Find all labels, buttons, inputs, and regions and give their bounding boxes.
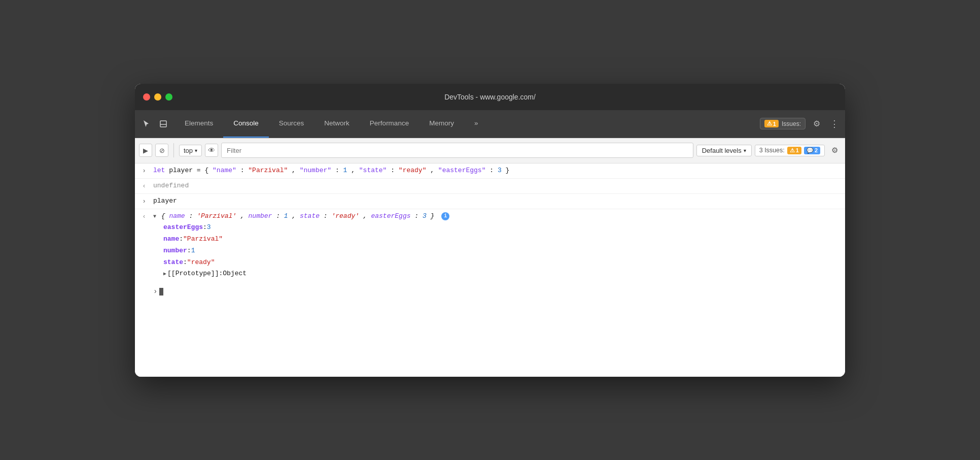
issues-badge[interactable]: ⚠ 1 Issues:	[760, 118, 806, 129]
val-1: 1	[343, 167, 347, 174]
tab-bar: Elements Console Sources Network Perform…	[135, 110, 845, 138]
console-issues-badge[interactable]: 3 Issues: ⚠ 1 💬 2	[755, 145, 825, 156]
tab-more[interactable]: »	[464, 110, 488, 138]
warn-icon-2: ⚠	[790, 147, 795, 154]
tab-memory[interactable]: Memory	[419, 110, 464, 138]
context-label: top	[184, 147, 193, 154]
console-gear-icon: ⚙	[831, 146, 838, 155]
chevron-down-icon-2: ▾	[744, 148, 746, 153]
obj-state-key: state	[300, 212, 320, 220]
dock-icon[interactable]	[156, 117, 170, 131]
tab-bar-left-icons	[139, 110, 170, 138]
prop-state-key: state	[163, 257, 183, 268]
gutter-3[interactable]: ›	[135, 196, 153, 207]
expand-icon-1[interactable]: ›	[142, 167, 146, 176]
gutter-4: ‹	[135, 211, 153, 222]
proto-expand-triangle[interactable]: ▶	[163, 270, 166, 278]
var-assignment: player = {	[169, 167, 213, 174]
line-content-4: ▼ { name : 'Parzival' , number : 1 , sta…	[153, 211, 841, 222]
collapse-triangle[interactable]: ▼	[153, 213, 156, 221]
cursor-icon[interactable]	[139, 117, 153, 131]
cursor-prompt: ›	[153, 286, 157, 297]
close-button[interactable]	[143, 93, 150, 101]
tab-network[interactable]: Network	[314, 110, 360, 138]
block-button[interactable]: ⊘	[155, 144, 168, 157]
val-ready: "ready"	[399, 167, 427, 174]
key-name: "name"	[213, 167, 236, 174]
keyword-let: let	[153, 167, 165, 174]
obj-eggs-key: easterEggs	[371, 212, 410, 220]
block-icon: ⊘	[159, 147, 165, 154]
title-bar: DevTools - www.google.com/	[135, 84, 845, 110]
divider-1	[173, 143, 174, 157]
execute-button[interactable]: ▶	[139, 144, 152, 157]
line-content-3: player	[153, 196, 841, 207]
obj-number-val: 1	[284, 212, 288, 220]
key-number: "number"	[300, 167, 331, 174]
tab-performance[interactable]: Performance	[360, 110, 419, 138]
more-button[interactable]: ⋮	[828, 118, 841, 129]
key-state: "state"	[359, 167, 387, 174]
console-settings-button[interactable]: ⚙	[828, 144, 841, 157]
proto-label: [[Prototype]]	[167, 269, 219, 279]
proto-val: Object	[223, 269, 247, 279]
maximize-button[interactable]	[165, 93, 172, 101]
tab-bar-right: ⚠ 1 Issues: ⚙ ⋮	[760, 110, 841, 138]
eye-button[interactable]: 👁	[205, 144, 218, 157]
obj-name-key: name	[169, 212, 185, 220]
default-levels-label: Default levels	[702, 147, 742, 154]
line-content-1: let player = { "name" : "Parzival" , "nu…	[153, 166, 841, 176]
console-warn-badge: ⚠ 1	[787, 147, 801, 154]
prop-number-val: 1	[191, 246, 195, 256]
devtools-window: DevTools - www.google.com/ Elements Cons	[135, 84, 845, 377]
gutter-1[interactable]: ›	[135, 166, 153, 176]
key-eastereggs: "easterEggs"	[438, 167, 486, 174]
console-output: › let player = { "name" : "Parzival" , "…	[135, 163, 845, 377]
console-line-4: ‹ ▼ { name : 'Parzival' , number : 1 , s…	[135, 209, 845, 282]
return-arrow-1: ‹	[142, 182, 146, 191]
default-levels-selector[interactable]: Default levels ▾	[696, 145, 752, 156]
warn-icon: ⚠	[767, 120, 772, 127]
gear-icon: ⚙	[813, 119, 820, 128]
prop-name-key: name	[163, 234, 179, 245]
val-3: 3	[498, 167, 502, 174]
info-bubble[interactable]: i	[441, 212, 449, 220]
expanded-properties: easterEggs : 3 name : "Parzival" number …	[135, 222, 841, 280]
prop-number: number : 1	[163, 245, 841, 257]
prop-number-key: number	[163, 246, 187, 256]
prop-state-val: "ready"	[187, 257, 215, 268]
obj-number-key: number	[249, 212, 272, 220]
cursor-line[interactable]: ›	[135, 282, 845, 301]
context-selector[interactable]: top ▾	[179, 145, 202, 156]
player-var: player	[153, 197, 177, 205]
traffic-lights	[143, 93, 172, 101]
expand-icon-3[interactable]: ›	[142, 197, 146, 207]
minimize-button[interactable]	[154, 93, 161, 101]
prop-state: state : "ready"	[163, 257, 841, 269]
eye-icon: 👁	[208, 146, 215, 154]
obj-brace-open: {	[161, 212, 165, 220]
svg-rect-0	[160, 121, 166, 127]
more-icon: ⋮	[830, 119, 839, 129]
tab-elements[interactable]: Elements	[174, 110, 223, 138]
prop-eastereggs-key: easterEggs	[163, 222, 203, 233]
line-content-2: undefined	[153, 181, 841, 191]
undefined-text: undefined	[153, 182, 189, 189]
obj-name-val: 'Parzival'	[197, 212, 236, 220]
prop-eastereggs-val: 3	[207, 222, 211, 233]
tab-console[interactable]: Console	[223, 110, 269, 138]
console-line-2: ‹ undefined	[135, 179, 845, 194]
console-line-1: › let player = { "name" : "Parzival" , "…	[135, 163, 845, 179]
prop-name: name : "Parzival"	[163, 234, 841, 245]
prop-eastereggs: easterEggs : 3	[163, 222, 841, 234]
console-line-3: › player	[135, 194, 845, 209]
val-parzival: "Parzival"	[248, 167, 288, 174]
settings-button[interactable]: ⚙	[810, 117, 824, 131]
filter-input[interactable]	[221, 143, 693, 158]
chat-icon: 💬	[807, 147, 814, 154]
return-arrow-2: ‹	[142, 212, 146, 222]
tab-sources[interactable]: Sources	[269, 110, 314, 138]
warn-badge: ⚠ 1	[764, 120, 779, 127]
tab-list: Elements Console Sources Network Perform…	[174, 110, 760, 138]
prop-prototype: ▶ [[Prototype]] : Object	[163, 268, 841, 280]
